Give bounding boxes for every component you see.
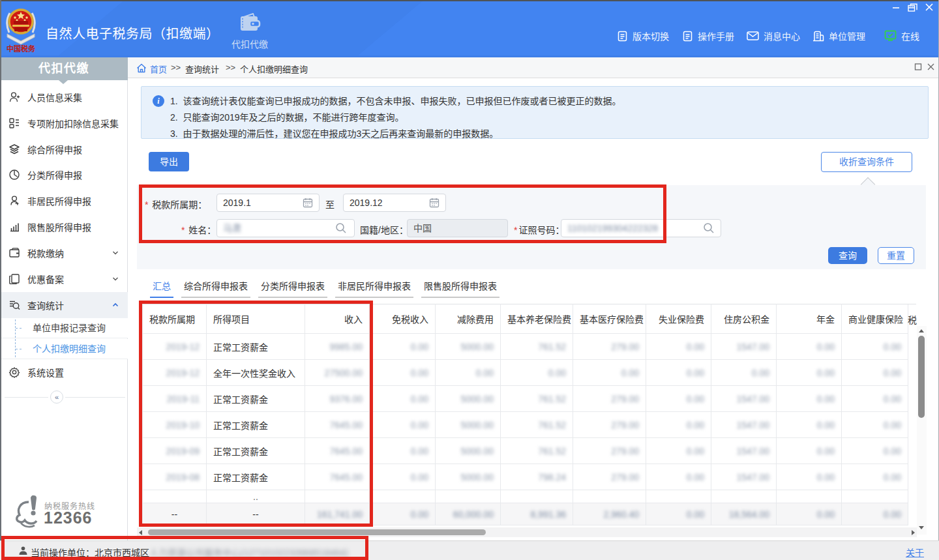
svg-text:中国税务: 中国税务 [7, 44, 36, 52]
